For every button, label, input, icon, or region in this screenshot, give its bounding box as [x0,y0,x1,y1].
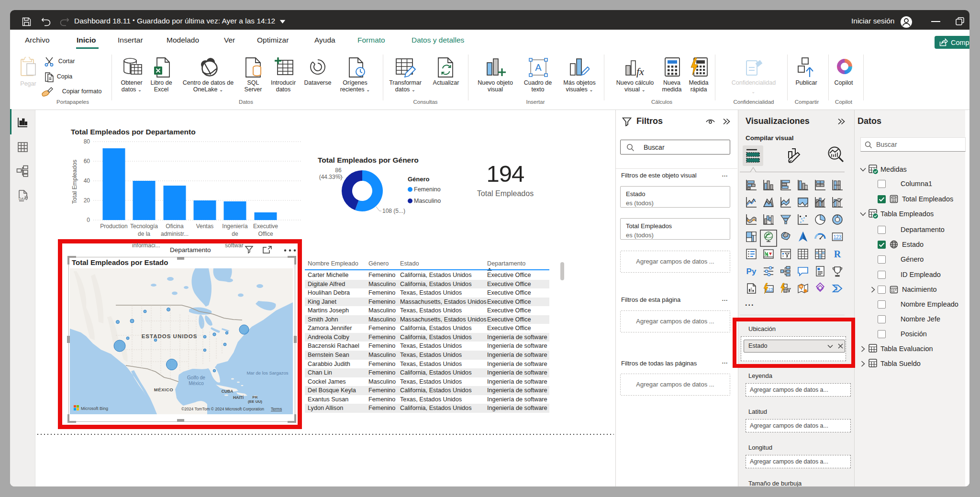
svg-text:86: 86 [335,167,342,174]
svg-text:Oficina: Oficina [166,223,184,230]
svg-text:Ventas: Ventas [196,223,214,230]
svg-text:Py: Py [746,267,757,276]
svg-text:Tecnología: Tecnología [130,223,158,230]
svg-text:Género: Género [408,176,430,183]
svg-text:c: c [772,266,774,269]
svg-text:de la: de la [138,231,150,237]
svg-text:Executive: Executive [253,223,278,230]
svg-text:de: de [232,231,238,237]
svg-text:40: 40 [84,177,90,184]
svg-text:Ingeniería: Ingeniería [222,223,248,230]
svg-text:Masculino: Masculino [414,198,441,204]
svg-text:A: A [535,62,542,73]
svg-text:R: R [834,249,841,259]
svg-text:80: 80 [84,138,90,145]
svg-text:(44.33%): (44.33%) [319,174,343,180]
svg-text:administr...: administr... [161,231,189,237]
svg-text:60: 60 [84,158,90,165]
svg-text:123: 123 [834,234,842,240]
svg-text:Total Empleados: Total Empleados [71,160,78,204]
svg-text:108 (5...): 108 (5...) [382,208,405,214]
svg-text:fx: fx [636,66,644,77]
svg-text:Femenino: Femenino [414,186,441,193]
svg-text:20: 20 [84,197,90,204]
svg-text:Office: Office [258,231,273,237]
svg-text:0: 0 [87,217,90,223]
svg-text:Production: Production [100,223,127,230]
